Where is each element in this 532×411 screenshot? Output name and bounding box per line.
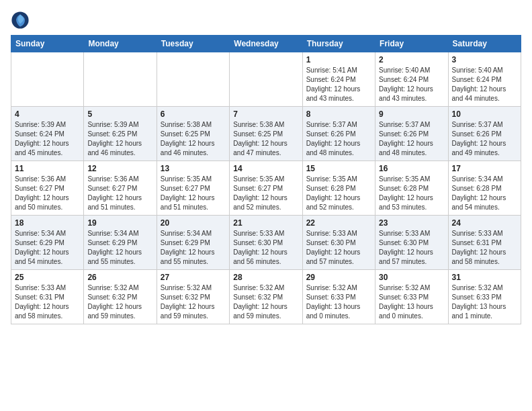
calendar-cell: 22Sunrise: 5:33 AM Sunset: 6:30 PM Dayli… bbox=[302, 216, 375, 270]
calendar-cell: 6Sunrise: 5:38 AM Sunset: 6:25 PM Daylig… bbox=[157, 107, 229, 161]
calendar-cell: 1Sunrise: 5:41 AM Sunset: 6:24 PM Daylig… bbox=[302, 52, 375, 107]
calendar-week-row: 1Sunrise: 5:41 AM Sunset: 6:24 PM Daylig… bbox=[11, 52, 521, 107]
calendar-cell: 29Sunrise: 5:32 AM Sunset: 6:33 PM Dayli… bbox=[302, 270, 375, 324]
day-number: 2 bbox=[379, 55, 444, 64]
day-info: Sunrise: 5:37 AM Sunset: 6:26 PM Dayligh… bbox=[379, 120, 444, 158]
calendar-cell bbox=[84, 52, 157, 107]
day-number: 1 bbox=[306, 55, 371, 64]
day-info: Sunrise: 5:32 AM Sunset: 6:32 PM Dayligh… bbox=[87, 283, 152, 321]
calendar-table: SundayMondayTuesdayWednesdayThursdayFrid… bbox=[11, 35, 521, 324]
col-header-wednesday: Wednesday bbox=[230, 36, 302, 52]
calendar-cell: 10Sunrise: 5:37 AM Sunset: 6:26 PM Dayli… bbox=[448, 107, 521, 161]
day-info: Sunrise: 5:34 AM Sunset: 6:28 PM Dayligh… bbox=[452, 175, 517, 212]
day-number: 26 bbox=[87, 273, 152, 282]
day-info: Sunrise: 5:32 AM Sunset: 6:32 PM Dayligh… bbox=[161, 283, 226, 321]
calendar-cell: 23Sunrise: 5:33 AM Sunset: 6:30 PM Dayli… bbox=[375, 216, 448, 270]
day-number: 25 bbox=[15, 273, 80, 282]
calendar-cell: 3Sunrise: 5:40 AM Sunset: 6:24 PM Daylig… bbox=[448, 52, 521, 107]
day-info: Sunrise: 5:35 AM Sunset: 6:28 PM Dayligh… bbox=[306, 175, 371, 212]
calendar-cell: 9Sunrise: 5:37 AM Sunset: 6:26 PM Daylig… bbox=[375, 107, 448, 161]
col-header-thursday: Thursday bbox=[302, 36, 375, 52]
calendar-cell: 5Sunrise: 5:39 AM Sunset: 6:25 PM Daylig… bbox=[84, 107, 157, 161]
calendar-cell: 8Sunrise: 5:37 AM Sunset: 6:26 PM Daylig… bbox=[302, 107, 375, 161]
calendar-cell: 20Sunrise: 5:34 AM Sunset: 6:29 PM Dayli… bbox=[157, 216, 229, 270]
day-number: 4 bbox=[15, 109, 80, 119]
day-number: 29 bbox=[306, 273, 371, 282]
day-number: 9 bbox=[379, 109, 444, 119]
day-info: Sunrise: 5:33 AM Sunset: 6:31 PM Dayligh… bbox=[15, 283, 80, 321]
day-info: Sunrise: 5:32 AM Sunset: 6:33 PM Dayligh… bbox=[452, 283, 517, 321]
day-number: 10 bbox=[452, 109, 517, 119]
day-info: Sunrise: 5:39 AM Sunset: 6:24 PM Dayligh… bbox=[15, 120, 80, 158]
day-number: 15 bbox=[306, 164, 371, 173]
day-number: 22 bbox=[306, 218, 371, 228]
day-number: 3 bbox=[452, 55, 517, 64]
day-info: Sunrise: 5:34 AM Sunset: 6:29 PM Dayligh… bbox=[161, 229, 226, 267]
day-info: Sunrise: 5:38 AM Sunset: 6:25 PM Dayligh… bbox=[233, 120, 298, 158]
calendar-cell: 12Sunrise: 5:36 AM Sunset: 6:27 PM Dayli… bbox=[84, 161, 157, 216]
day-number: 31 bbox=[452, 273, 517, 282]
day-number: 6 bbox=[161, 109, 226, 119]
day-number: 19 bbox=[87, 218, 152, 228]
calendar-cell bbox=[230, 52, 302, 107]
day-number: 7 bbox=[233, 109, 298, 119]
calendar-cell: 18Sunrise: 5:34 AM Sunset: 6:29 PM Dayli… bbox=[11, 216, 84, 270]
day-number: 24 bbox=[452, 218, 517, 228]
col-header-monday: Monday bbox=[84, 36, 157, 52]
calendar-cell: 7Sunrise: 5:38 AM Sunset: 6:25 PM Daylig… bbox=[230, 107, 302, 161]
day-info: Sunrise: 5:40 AM Sunset: 6:24 PM Dayligh… bbox=[452, 66, 517, 103]
day-number: 14 bbox=[233, 164, 298, 173]
day-number: 27 bbox=[161, 273, 226, 282]
calendar-cell: 11Sunrise: 5:36 AM Sunset: 6:27 PM Dayli… bbox=[11, 161, 84, 216]
day-number: 13 bbox=[161, 164, 226, 173]
day-info: Sunrise: 5:32 AM Sunset: 6:32 PM Dayligh… bbox=[233, 283, 298, 321]
calendar-cell: 2Sunrise: 5:40 AM Sunset: 6:24 PM Daylig… bbox=[375, 52, 448, 107]
day-info: Sunrise: 5:32 AM Sunset: 6:33 PM Dayligh… bbox=[379, 283, 444, 321]
calendar-cell: 31Sunrise: 5:32 AM Sunset: 6:33 PM Dayli… bbox=[448, 270, 521, 324]
calendar-cell: 15Sunrise: 5:35 AM Sunset: 6:28 PM Dayli… bbox=[302, 161, 375, 216]
calendar-week-row: 25Sunrise: 5:33 AM Sunset: 6:31 PM Dayli… bbox=[11, 270, 521, 324]
day-number: 23 bbox=[379, 218, 444, 228]
calendar-cell: 13Sunrise: 5:35 AM Sunset: 6:27 PM Dayli… bbox=[157, 161, 229, 216]
calendar-week-row: 11Sunrise: 5:36 AM Sunset: 6:27 PM Dayli… bbox=[11, 161, 521, 216]
day-info: Sunrise: 5:38 AM Sunset: 6:25 PM Dayligh… bbox=[161, 120, 226, 158]
day-number: 5 bbox=[87, 109, 152, 119]
calendar-cell: 30Sunrise: 5:32 AM Sunset: 6:33 PM Dayli… bbox=[375, 270, 448, 324]
logo bbox=[11, 11, 31, 30]
calendar-cell: 4Sunrise: 5:39 AM Sunset: 6:24 PM Daylig… bbox=[11, 107, 84, 161]
day-number: 12 bbox=[87, 164, 152, 173]
day-info: Sunrise: 5:35 AM Sunset: 6:27 PM Dayligh… bbox=[233, 175, 298, 212]
day-number: 16 bbox=[379, 164, 444, 173]
calendar-cell: 14Sunrise: 5:35 AM Sunset: 6:27 PM Dayli… bbox=[230, 161, 302, 216]
day-info: Sunrise: 5:34 AM Sunset: 6:29 PM Dayligh… bbox=[87, 229, 152, 267]
day-number: 28 bbox=[233, 273, 298, 282]
calendar-cell: 27Sunrise: 5:32 AM Sunset: 6:32 PM Dayli… bbox=[157, 270, 229, 324]
calendar-cell: 28Sunrise: 5:32 AM Sunset: 6:32 PM Dayli… bbox=[230, 270, 302, 324]
day-number: 30 bbox=[379, 273, 444, 282]
calendar-week-row: 4Sunrise: 5:39 AM Sunset: 6:24 PM Daylig… bbox=[11, 107, 521, 161]
col-header-sunday: Sunday bbox=[11, 36, 84, 52]
day-info: Sunrise: 5:33 AM Sunset: 6:30 PM Dayligh… bbox=[306, 229, 371, 267]
page-header bbox=[11, 11, 521, 30]
col-header-tuesday: Tuesday bbox=[157, 36, 229, 52]
col-header-friday: Friday bbox=[375, 36, 448, 52]
day-number: 17 bbox=[452, 164, 517, 173]
day-number: 8 bbox=[306, 109, 371, 119]
day-info: Sunrise: 5:34 AM Sunset: 6:29 PM Dayligh… bbox=[15, 229, 80, 267]
day-info: Sunrise: 5:32 AM Sunset: 6:33 PM Dayligh… bbox=[306, 283, 371, 321]
calendar-cell: 21Sunrise: 5:33 AM Sunset: 6:30 PM Dayli… bbox=[230, 216, 302, 270]
day-info: Sunrise: 5:39 AM Sunset: 6:25 PM Dayligh… bbox=[87, 120, 152, 158]
calendar-cell bbox=[11, 52, 84, 107]
day-info: Sunrise: 5:37 AM Sunset: 6:26 PM Dayligh… bbox=[452, 120, 517, 158]
day-info: Sunrise: 5:33 AM Sunset: 6:30 PM Dayligh… bbox=[379, 229, 444, 267]
day-info: Sunrise: 5:36 AM Sunset: 6:27 PM Dayligh… bbox=[87, 175, 152, 212]
day-info: Sunrise: 5:36 AM Sunset: 6:27 PM Dayligh… bbox=[15, 175, 80, 212]
calendar-cell: 17Sunrise: 5:34 AM Sunset: 6:28 PM Dayli… bbox=[448, 161, 521, 216]
day-info: Sunrise: 5:41 AM Sunset: 6:24 PM Dayligh… bbox=[306, 66, 371, 103]
day-info: Sunrise: 5:33 AM Sunset: 6:30 PM Dayligh… bbox=[233, 229, 298, 267]
day-info: Sunrise: 5:35 AM Sunset: 6:28 PM Dayligh… bbox=[379, 175, 444, 212]
calendar-cell: 24Sunrise: 5:33 AM Sunset: 6:31 PM Dayli… bbox=[448, 216, 521, 270]
day-info: Sunrise: 5:35 AM Sunset: 6:27 PM Dayligh… bbox=[161, 175, 226, 212]
calendar-header-row: SundayMondayTuesdayWednesdayThursdayFrid… bbox=[11, 36, 521, 52]
calendar-cell bbox=[157, 52, 229, 107]
